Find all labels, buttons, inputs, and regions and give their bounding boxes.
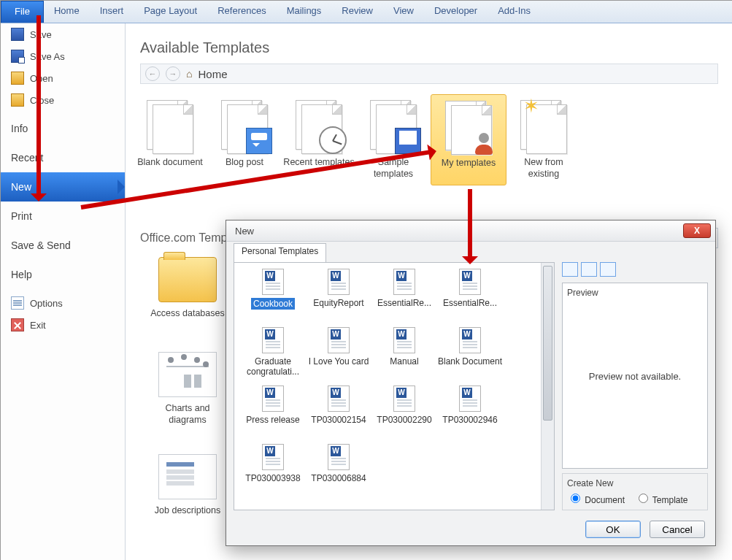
template-item[interactable]: Press release — [240, 386, 306, 444]
sidebar-item-new[interactable]: New — [1, 172, 125, 202]
ribbon-tab-page-layout[interactable]: Page Layout — [134, 1, 207, 23]
view-details-icon[interactable] — [600, 262, 616, 277]
star-icon: ✶ — [519, 96, 544, 120]
sidebar-item-label: Help — [11, 269, 32, 280]
breadcrumb[interactable]: ← → ⌂ Home — [140, 64, 718, 84]
sidebar-item-label: New — [11, 181, 31, 193]
sidebar-item-recent[interactable]: Recent — [1, 143, 125, 172]
word-document-icon — [328, 327, 350, 353]
document-icon — [144, 100, 196, 153]
nav-forward-icon[interactable]: → — [166, 66, 180, 81]
template-item-label: TP030002290 — [377, 415, 431, 425]
view-list-icon[interactable] — [581, 262, 597, 277]
sidebar-item-label: Recent — [11, 152, 43, 164]
ribbon-tab-insert[interactable]: Insert — [90, 1, 134, 23]
ribbon-tab-review[interactable]: Review — [331, 1, 383, 23]
templates-grid: CookbookEquityReportEssentialRe...Essent… — [234, 263, 554, 502]
clock-icon — [319, 126, 347, 154]
template-item[interactable]: TP030002946 — [437, 386, 503, 444]
cancel-button[interactable]: Cancel — [650, 521, 705, 538]
open-icon — [11, 72, 24, 85]
sidebar-item-exit[interactable]: Exit — [1, 314, 125, 336]
template-tile-clock[interactable]: Recent templates — [282, 94, 356, 185]
ribbon-tab-references[interactable]: References — [207, 1, 276, 23]
template-item[interactable]: Blank Document — [437, 327, 503, 386]
template-item-label: I Love You card — [309, 356, 369, 367]
template-item[interactable]: Cookbook — [240, 269, 306, 327]
home-icon[interactable]: ⌂ — [186, 68, 192, 80]
chart-icon — [158, 352, 217, 397]
category-tile-folder[interactable]: Access databases — [147, 257, 228, 320]
nav-back-icon[interactable]: ← — [145, 66, 160, 81]
options-icon — [11, 296, 24, 310]
template-tile-label: My templates — [433, 158, 504, 169]
template-tile-label: New from existing — [508, 157, 579, 180]
template-item-label: TP030002154 — [311, 415, 366, 425]
radio-document[interactable]: Document — [567, 495, 625, 505]
template-tile-label: Blank document — [134, 157, 206, 169]
ribbon-tab-view[interactable]: View — [383, 1, 424, 23]
exit-icon — [11, 318, 24, 331]
sidebar-item-save[interactable]: Save — [1, 23, 125, 45]
template-tile-sample[interactable]: Sample templates — [356, 94, 431, 185]
word-document-icon — [328, 444, 350, 470]
sidebar-item-label: Info — [11, 123, 28, 134]
template-item[interactable]: TP030002154 — [306, 386, 371, 444]
category-tile-label: Access databases — [147, 308, 228, 320]
create-new-group: Create New Document Template — [562, 473, 708, 510]
sidebar-item-help[interactable]: Help — [1, 260, 125, 289]
ok-button[interactable]: OK — [585, 521, 641, 538]
template-tile-blank[interactable]: Blank document — [133, 94, 207, 185]
sidebar-item-info[interactable]: Info — [1, 114, 125, 143]
ribbon-tab-add-ins[interactable]: Add-Ins — [488, 1, 541, 23]
ribbon-tab-mailings[interactable]: Mailings — [277, 1, 332, 23]
person-icon — [471, 130, 496, 155]
scrollbar[interactable] — [541, 263, 554, 510]
word-document-icon — [459, 386, 481, 412]
view-mode-buttons — [562, 262, 708, 278]
template-item-label: Blank Document — [438, 356, 502, 367]
sidebar-item-save-as[interactable]: Save As — [1, 45, 125, 67]
template-item[interactable]: TP030003938 — [240, 444, 306, 502]
word-document-icon — [262, 327, 284, 353]
sidebar-item-open[interactable]: Open — [1, 67, 125, 89]
job-icon — [158, 454, 217, 499]
template-item[interactable]: EssentialRe... — [371, 269, 437, 327]
preview-panel: Preview Preview not available. — [562, 283, 708, 469]
category-tile-chart[interactable]: Charts and diagrams — [147, 352, 228, 426]
template-item[interactable]: I Love You card — [306, 327, 371, 386]
sidebar-item-label: Save & Send — [11, 239, 71, 251]
category-tile-label: Charts and diagrams — [147, 403, 228, 426]
template-item[interactable]: TP030006884 — [306, 444, 371, 502]
template-tile-label: Sample templates — [358, 157, 429, 180]
ribbon: FileHomeInsertPage LayoutReferencesMaili… — [1, 1, 732, 23]
scrollbar-thumb[interactable] — [543, 266, 552, 421]
ribbon-tab-developer[interactable]: Developer — [424, 1, 488, 23]
template-item[interactable]: EssentialRe... — [437, 269, 503, 327]
word-document-icon — [262, 269, 284, 295]
category-tile-job[interactable]: Job descriptions — [147, 454, 228, 517]
preview-message: Preview not available. — [563, 370, 707, 381]
dialog-titlebar[interactable]: New X — [226, 220, 715, 242]
template-tile-blog[interactable]: Blog post — [207, 94, 282, 185]
tab-personal-templates[interactable]: Personal Templates — [234, 243, 326, 262]
template-item[interactable]: Graduate congratulati... — [240, 327, 306, 386]
close-icon[interactable]: X — [683, 223, 711, 238]
template-tile-star[interactable]: ✶New from existing — [506, 94, 581, 185]
template-item[interactable]: TP030002290 — [371, 386, 437, 444]
view-large-icons-icon[interactable] — [562, 262, 578, 277]
sample-icon — [395, 128, 421, 154]
sidebar-item-options[interactable]: Options — [1, 292, 125, 314]
template-tile-person[interactable]: My templates — [431, 94, 506, 185]
sidebar-item-print[interactable]: Print — [1, 202, 125, 231]
sidebar-item-close[interactable]: Close — [1, 89, 125, 111]
radio-template[interactable]: Template — [635, 495, 688, 505]
template-item[interactable]: Manual — [371, 327, 437, 386]
category-tile-label: Job descriptions — [147, 505, 228, 517]
ribbon-tab-file[interactable]: File — [1, 1, 44, 23]
template-item[interactable]: EquityReport — [306, 269, 371, 327]
word-document-icon — [262, 386, 284, 412]
ribbon-tab-home[interactable]: Home — [44, 1, 90, 23]
sidebar-item-save-send[interactable]: Save & Send — [1, 231, 125, 260]
document-icon — [367, 100, 420, 153]
